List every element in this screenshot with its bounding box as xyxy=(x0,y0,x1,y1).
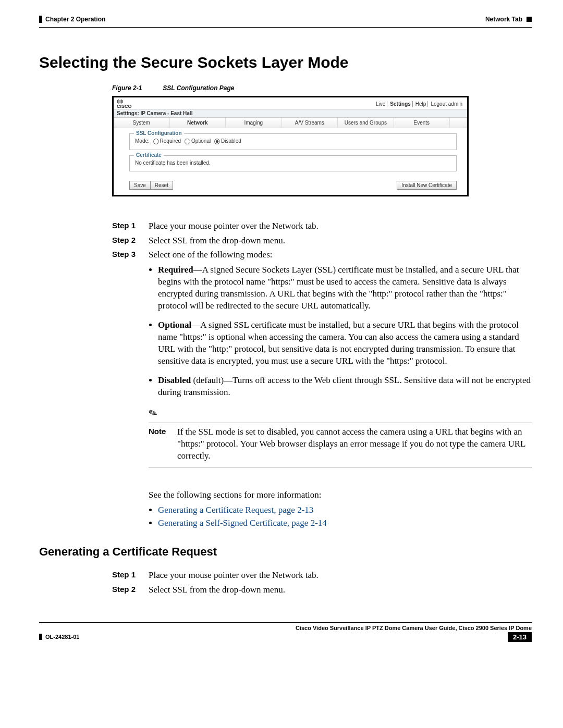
tab-users-groups[interactable]: Users and Groups xyxy=(338,118,394,128)
page-header: Chapter 2 Operation Network Tab xyxy=(39,16,532,23)
step-2-text: Select SSL from the drop-down menu. xyxy=(149,235,532,247)
cisco-logo: ı|ıı|ıı CISCO xyxy=(117,99,132,109)
footer-ol: OL-24281-01 xyxy=(39,634,79,640)
mode-item-disabled: Disabled (default)—Turns off access to t… xyxy=(158,375,532,399)
subsection-title: Generating a Certificate Request xyxy=(39,545,532,559)
header-rule xyxy=(39,27,532,28)
section-title: Selecting the Secure Sockets Layer Mode xyxy=(39,54,532,71)
footer-rule xyxy=(39,622,532,623)
header-tab: Network Tab xyxy=(485,16,522,23)
tab-spacer xyxy=(450,118,467,128)
link-settings[interactable]: Settings xyxy=(388,101,412,107)
header-marker-icon xyxy=(527,17,532,22)
step-3-text: Select one of the following modes: xyxy=(149,249,532,261)
radio-optional-label: Optional xyxy=(191,138,211,144)
certificate-fieldset: Certificate No certificate has been inst… xyxy=(129,155,457,171)
mode-row: Mode: Required Optional Disabled xyxy=(135,138,451,144)
step-3-label: Step 3 xyxy=(112,249,149,471)
see-also-intro: See the following sections for more info… xyxy=(149,489,532,502)
tab-events[interactable]: Events xyxy=(394,118,450,128)
note-top-rule xyxy=(149,423,532,423)
page-number: 2-13 xyxy=(508,632,532,642)
tab-av-streams[interactable]: A/V Streams xyxy=(282,118,338,128)
step2-2-text: Select SSL from the drop-down menu. xyxy=(149,584,532,596)
note-icon: ✎ xyxy=(146,405,160,422)
tab-bar: System Network Imaging A/V Streams Users… xyxy=(114,118,467,128)
settings-breadcrumb: Settings: IP Camera - East Hall xyxy=(114,109,467,118)
step2-1-text: Place your mouse pointer over the Networ… xyxy=(149,569,532,582)
reset-button[interactable]: Reset xyxy=(150,181,173,190)
footer-doc-title: Cisco Video Surveillance IP PTZ Dome Cam… xyxy=(296,625,532,631)
step-1-text: Place your mouse pointer over the Networ… xyxy=(149,220,532,232)
note-text: If the SSL mode is set to disabled, you … xyxy=(177,426,532,462)
cert-status: No certificate has been installed. xyxy=(135,160,451,166)
radio-optional[interactable] xyxy=(185,139,190,144)
figure-caption: Figure 2-1SSL Configuration Page xyxy=(112,84,532,92)
ssl-config-fieldset: SSL Configuration Mode: Required Optiona… xyxy=(129,133,457,150)
ssl-config-screenshot: ı|ıı|ıı CISCO LiveSettingsHelpLogout adm… xyxy=(112,96,469,196)
link-self-signed[interactable]: Generating a Self-Signed Certificate, pa… xyxy=(158,518,327,528)
note-label: Note xyxy=(149,426,177,462)
save-button[interactable]: Save xyxy=(129,181,151,190)
mode-item-optional: Optional—A signed SSL certificate must b… xyxy=(158,319,532,367)
link-live[interactable]: Live xyxy=(374,101,387,107)
steps-block-1: Step 1 Place your mouse pointer over the… xyxy=(112,220,532,471)
tab-network[interactable]: Network xyxy=(170,118,226,128)
top-links: LiveSettingsHelpLogout admin xyxy=(373,101,464,107)
footer: Cisco Video Surveillance IP PTZ Dome Cam… xyxy=(39,625,532,631)
ssl-legend: SSL Configuration xyxy=(134,130,184,136)
tab-system[interactable]: System xyxy=(114,118,170,128)
step-2-label: Step 2 xyxy=(112,235,149,247)
mode-item-required: Required—A signed Secure Sockets Layer (… xyxy=(158,264,532,312)
steps-block-2: Step 1 Place your mouse pointer over the… xyxy=(112,569,532,596)
cert-legend: Certificate xyxy=(134,152,164,158)
step2-2-label: Step 2 xyxy=(112,584,149,596)
see-also-block: See the following sections for more info… xyxy=(149,489,532,529)
radio-disabled-label: Disabled xyxy=(221,138,241,144)
step2-1-label: Step 1 xyxy=(112,569,149,582)
radio-disabled[interactable] xyxy=(214,139,220,144)
install-cert-button[interactable]: Install New Certificate xyxy=(397,181,457,190)
figure-label: Figure 2-1 xyxy=(112,84,142,92)
step-1-label: Step 1 xyxy=(112,220,149,232)
mode-label: Mode: xyxy=(135,138,150,144)
radio-required-label: Required xyxy=(160,138,181,144)
link-cert-request[interactable]: Generating a Certificate Request, page 2… xyxy=(158,505,313,515)
link-logout[interactable]: Logout admin xyxy=(429,101,464,107)
radio-required[interactable] xyxy=(153,139,159,144)
chapter-label: Chapter 2 Operation xyxy=(39,16,105,23)
note-bottom-rule xyxy=(149,467,532,467)
tab-imaging[interactable]: Imaging xyxy=(226,118,282,128)
figure-title: SSL Configuration Page xyxy=(163,84,234,92)
note-block: ✎ Note If the SSL mode is set to disable… xyxy=(149,406,532,468)
link-help[interactable]: Help xyxy=(414,101,429,107)
